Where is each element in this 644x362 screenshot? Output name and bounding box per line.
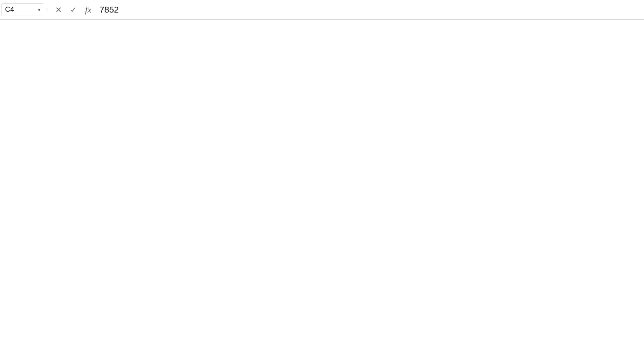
formula-input[interactable] (96, 4, 642, 16)
fx-icon: fx (85, 5, 91, 15)
check-icon: ✓ (70, 5, 77, 14)
name-box-value: C4 (5, 5, 14, 14)
chevron-down-icon[interactable]: ▼ (37, 7, 41, 12)
cancel-button[interactable]: ✕ (51, 4, 66, 16)
formula-bar: C4 ▼ ⋮ ✕ ✓ fx (0, 0, 644, 20)
enter-button[interactable]: ✓ (66, 4, 81, 16)
name-box[interactable]: C4 ▼ (2, 4, 43, 16)
separator: ⋮ (43, 7, 51, 13)
insert-function-button[interactable]: fx (81, 4, 96, 16)
close-icon: ✕ (55, 5, 62, 14)
